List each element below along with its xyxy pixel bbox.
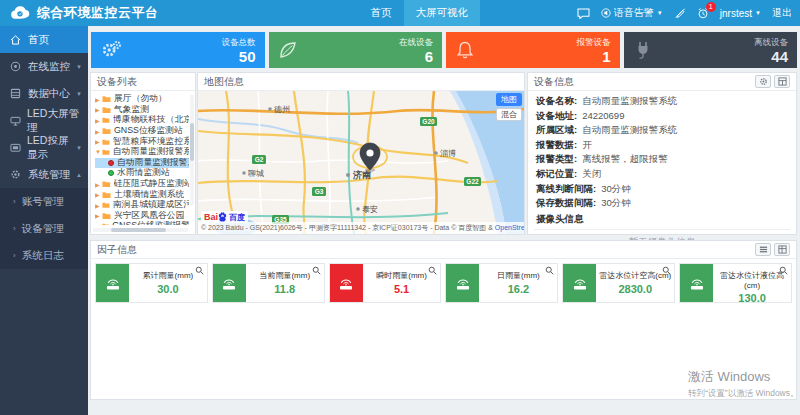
cloud-icon — [10, 6, 30, 20]
stat-offline-devices[interactable]: 离线设备 44 — [624, 32, 798, 68]
baidu-logo: Bai 百度 — [201, 211, 248, 223]
sidebar-item-system-mgmt[interactable]: 系统管理 ▲ — [0, 161, 88, 188]
sidebar-item-system-log[interactable]: › 系统日志 — [0, 242, 88, 269]
sidebar-item-account-mgmt[interactable]: › 账号管理 — [0, 188, 88, 215]
message-icon[interactable] — [577, 8, 590, 19]
vertical-scrollbar[interactable] — [190, 95, 194, 205]
logout-button[interactable]: 退出 — [772, 6, 792, 20]
factor-card-radar-air-height[interactable]: 雷达水位计空高(cm) 2830.0 — [562, 263, 675, 303]
sensor-icon — [563, 264, 596, 302]
sidebar-item-label: 在线监控 — [28, 60, 70, 74]
tree-item[interactable]: ▶GNSS位移监测报警系统 — [95, 221, 189, 225]
stat-value: 1 — [577, 49, 611, 64]
menu-bigscreen[interactable]: 大屏可视化 — [404, 0, 481, 26]
divider — [534, 229, 790, 230]
device-status-green-icon — [108, 170, 114, 176]
caret-right-icon[interactable]: ▶ — [95, 128, 102, 135]
scrollbar-thumb[interactable] — [111, 228, 166, 232]
svg-text:德州: 德州 — [274, 105, 290, 114]
map-button-hybrid[interactable]: 混合 — [496, 108, 522, 121]
sidebar-item-home[interactable]: 首页 — [0, 26, 88, 53]
map-button-map[interactable]: 地图 — [496, 93, 522, 106]
sidebar-item-label: 数据中心 — [28, 87, 70, 101]
baidu-map[interactable]: G2 G3 G20 G22 G35 济南 淄博 泰安 聊城 德州 地图 — [198, 91, 524, 234]
osm-link[interactable]: OpenStreetMap — [495, 224, 524, 231]
tree-item[interactable]: ▶展厅（勿动） — [95, 94, 189, 105]
factor-header: 因子信息 — [91, 241, 796, 259]
sidebar-item-led-screen-mgmt[interactable]: LED大屏管理 — [0, 107, 88, 134]
tree-item[interactable]: ▶气象监测 — [95, 105, 189, 116]
cast-screen-icon — [10, 143, 21, 153]
tree-item-selected[interactable]: 自动雨量监测报警系统 — [95, 158, 189, 169]
folder-icon — [102, 116, 110, 124]
factor-card-instant-rain[interactable]: 瞬时雨量(mm) 5.1 — [329, 263, 442, 303]
plug-icon — [633, 40, 653, 60]
device-settings-button[interactable] — [755, 75, 771, 88]
sidebar-item-label: LED投屏显示 — [27, 134, 76, 162]
voice-alarm-dropdown[interactable]: 语音告警 ▼ — [601, 6, 663, 20]
caret-right-icon[interactable]: ▶ — [95, 191, 102, 198]
map-type-switcher: 地图 混合 — [496, 93, 522, 121]
caret-right-icon[interactable]: ▶ — [95, 106, 102, 113]
gears-icon — [100, 40, 122, 60]
list-view-button[interactable] — [755, 243, 771, 256]
folder-icon — [102, 222, 109, 225]
caret-right-icon[interactable]: ▶ — [95, 212, 102, 219]
sensor-icon — [680, 264, 713, 302]
magnifier-icon[interactable] — [312, 266, 321, 275]
factor-card-daily-rain[interactable]: 日雨量(mm) 16.2 — [445, 263, 558, 303]
tree-item[interactable]: ▶硅压阻式静压监测站 — [95, 179, 189, 190]
tree-item[interactable]: 水雨情监测站 — [95, 168, 189, 179]
sidebar-item-online-monitor[interactable]: 在线监控 ▼ — [0, 53, 88, 80]
factor-card-radar-liquid-level[interactable]: 雷达水位计液位高(cm) 130.0 — [679, 263, 792, 303]
tree-item[interactable]: ▶GNSS位移监测站 — [95, 126, 189, 137]
grid-view-button[interactable] — [774, 243, 790, 256]
caret-right-icon[interactable]: ▶ — [95, 138, 102, 145]
caret-right-icon[interactable]: ▶ — [95, 117, 102, 124]
horizontal-scrollbar[interactable] — [93, 228, 188, 232]
chevron-down-icon: ▼ — [657, 10, 663, 16]
device-info-title: 设备信息 — [534, 75, 574, 89]
magnifier-icon[interactable] — [195, 266, 204, 275]
magnifier-icon[interactable] — [545, 266, 554, 275]
caret-right-icon[interactable]: ▶ — [95, 223, 102, 225]
magnifier-icon[interactable] — [428, 266, 437, 275]
alarm-clock-icon[interactable]: 1 — [697, 7, 709, 19]
caret-right-icon[interactable]: ▶ — [95, 96, 102, 103]
caret-down-icon[interactable]: ▼ — [95, 149, 102, 155]
sidebar-item-data-center[interactable]: 数据中心 ▼ — [0, 80, 88, 107]
tree-item[interactable]: ▶兴宁区凤凰谷公园 — [95, 211, 189, 222]
device-detail-button[interactable] — [774, 75, 790, 88]
menu-home[interactable]: 首页 — [359, 0, 404, 26]
stat-alarm-devices[interactable]: 报警设备 1 — [446, 32, 620, 68]
alarm-badge: 1 — [706, 2, 716, 12]
tree-item[interactable]: ▶博康物联科技（北京） — [95, 115, 189, 126]
device-info-header: 设备信息 — [528, 73, 796, 91]
map-attribution: © 2023 Baidu - GS(2021)6026号 - 甲测资字11111… — [198, 222, 524, 234]
stat-online-devices[interactable]: 在线设备 6 — [269, 32, 443, 68]
led-screen-icon — [10, 116, 21, 126]
tree-item[interactable]: ▶智慧粮库环境监控系统 — [95, 136, 189, 147]
tree-item[interactable]: ▶南涧县城镇建成区污水 — [95, 200, 189, 211]
folder-icon — [102, 127, 111, 135]
stat-total-devices[interactable]: 设备总数 50 — [91, 32, 265, 68]
caret-right-icon[interactable]: ▶ — [95, 202, 102, 209]
top-menu: 首页 大屏可视化 — [359, 0, 481, 26]
stat-value: 6 — [399, 49, 433, 64]
tree-item[interactable]: ▶土壤墒情监测系统 — [95, 189, 189, 200]
scrollbar-thumb[interactable] — [190, 123, 194, 161]
chevron-down-icon: ▼ — [76, 91, 82, 97]
mute-pen-icon[interactable] — [674, 7, 686, 19]
sidebar-item-device-mgmt[interactable]: › 设备管理 — [0, 215, 88, 242]
caret-right-icon[interactable]: ▶ — [95, 181, 102, 188]
factor-value: 5.1 — [363, 283, 441, 295]
page-title: 综合环境监控云平台 — [37, 4, 159, 22]
factor-card-cumulative-rain[interactable]: 累计雨量(mm) 30.0 — [95, 263, 208, 303]
magnifier-icon[interactable] — [779, 266, 788, 275]
factor-card-current-rain[interactable]: 当前雨量(mm) 11.8 — [212, 263, 325, 303]
user-dropdown[interactable]: jnrstest ▼ — [720, 8, 761, 19]
sidebar-item-led-cast-display[interactable]: LED投屏显示 ▼ — [0, 134, 88, 161]
map-header: 地图信息 — [198, 73, 524, 91]
magnifier-icon[interactable] — [662, 266, 671, 275]
tree-item-expanded[interactable]: ▼自动雨量监测报警系统 — [95, 147, 189, 158]
